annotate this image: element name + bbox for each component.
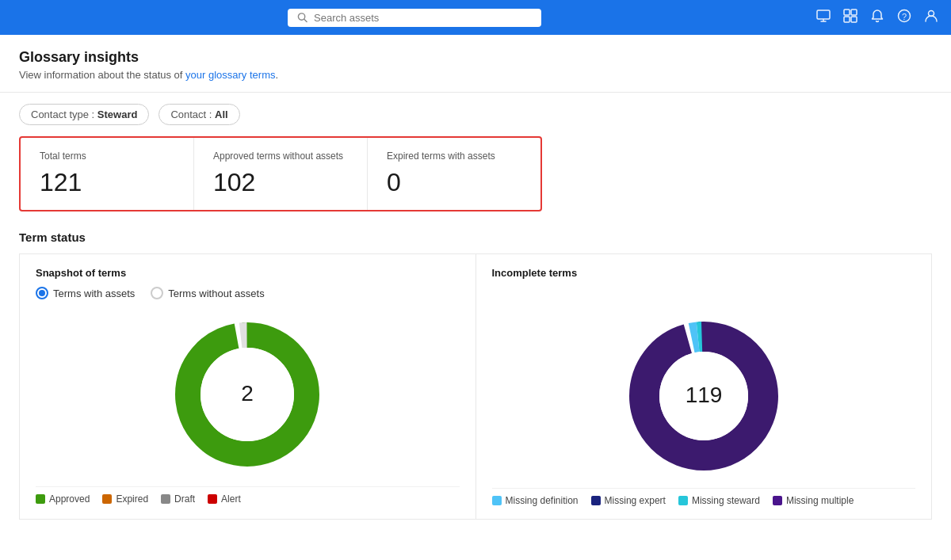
svg-text:?: ? <box>902 12 907 21</box>
legend-missing-steward: Missing steward <box>678 495 760 506</box>
missing-multiple-label: Missing multiple <box>786 495 854 506</box>
missing-expert-dot <box>591 496 601 505</box>
question-icon[interactable]: ? <box>897 9 911 26</box>
approved-terms-value: 102 <box>213 168 348 197</box>
legend-alert: Alert <box>208 493 241 505</box>
snapshot-panel: Snapshot of terms Terms with assets Term… <box>19 253 476 520</box>
term-status-section: Term status Snapshot of terms Terms with… <box>0 230 951 520</box>
search-container[interactable] <box>288 9 541 27</box>
missing-def-dot <box>492 496 502 505</box>
monitor-icon[interactable] <box>816 9 831 26</box>
approved-dot <box>36 494 45 504</box>
legend-draft: Draft <box>161 493 195 505</box>
legend-missing-multiple: Missing multiple <box>773 495 854 506</box>
incomplete-legend: Missing definition Missing expert Missin… <box>492 488 916 506</box>
terms-with-assets-label: Terms with assets <box>53 288 135 299</box>
incomplete-panel: Incomplete terms 119 <box>476 253 933 520</box>
page-header: Glossary insights View information about… <box>0 35 951 93</box>
contact-type-value: Steward <box>97 109 138 120</box>
expired-label: Expired <box>116 493 148 505</box>
terms-without-assets-radio[interactable] <box>151 287 163 299</box>
charts-row: Snapshot of terms Terms with assets Term… <box>19 253 932 520</box>
snapshot-donut-chart: 2 <box>168 315 327 474</box>
missing-steward-label: Missing steward <box>692 495 760 506</box>
expired-dot <box>102 494 112 504</box>
approved-terms-label: Approved terms without assets <box>213 150 348 162</box>
incomplete-title: Incomplete terms <box>492 267 916 279</box>
missing-steward-dot <box>678 496 688 505</box>
contact-type-filter[interactable]: Contact type : Steward <box>19 104 149 125</box>
svg-rect-5 <box>844 10 850 15</box>
snapshot-title: Snapshot of terms <box>36 267 460 279</box>
missing-expert-label: Missing expert <box>605 495 666 506</box>
nav-icons: ? <box>816 9 938 26</box>
radio-group: Terms with assets Terms without assets <box>36 287 460 299</box>
search-icon <box>297 12 307 23</box>
terms-with-assets-radio[interactable] <box>36 287 48 299</box>
main-content: Glossary insights View information about… <box>0 35 951 560</box>
total-terms-card: Total terms 121 <box>21 138 194 210</box>
svg-text:2: 2 <box>241 381 254 406</box>
glossary-terms-link[interactable]: your glossary terms <box>185 69 275 81</box>
contact-value: All <box>215 109 228 120</box>
svg-rect-8 <box>851 17 857 22</box>
total-terms-label: Total terms <box>40 150 174 162</box>
svg-rect-7 <box>844 17 850 22</box>
legend-approved: Approved <box>36 493 90 505</box>
contact-label: Contact : <box>170 109 215 120</box>
terms-with-assets-option[interactable]: Terms with assets <box>36 287 135 299</box>
page-title: Glossary insights <box>19 49 932 66</box>
total-terms-value: 121 <box>40 168 174 197</box>
draft-dot <box>161 494 170 504</box>
incomplete-chart-container: 119 <box>492 317 916 475</box>
snapshot-chart-container: 2 <box>36 315 460 474</box>
legend-missing-def: Missing definition <box>492 495 579 506</box>
page-subtitle: View information about the status of you… <box>19 69 932 81</box>
stats-section: Total terms 121 Approved terms without a… <box>0 136 951 230</box>
terms-without-assets-label: Terms without assets <box>168 288 264 299</box>
filter-bar: Contact type : Steward Contact : All <box>0 93 951 136</box>
contact-filter[interactable]: Contact : All <box>158 104 239 125</box>
svg-line-1 <box>304 19 307 21</box>
draft-label: Draft <box>174 493 195 505</box>
bell-icon[interactable] <box>870 9 884 26</box>
expired-terms-label: Expired terms with assets <box>387 150 521 162</box>
snapshot-legend: Approved Expired Draft Alert <box>36 486 460 505</box>
legend-expired: Expired <box>102 493 148 505</box>
missing-def-label: Missing definition <box>506 495 579 506</box>
expired-terms-card: Expired terms with assets 0 <box>368 138 540 210</box>
top-navigation: ? <box>0 0 951 35</box>
alert-dot <box>208 494 217 504</box>
svg-text:119: 119 <box>685 383 722 407</box>
incomplete-donut-chart: 119 <box>624 317 783 475</box>
expired-terms-value: 0 <box>387 168 521 197</box>
search-input[interactable] <box>314 12 532 24</box>
alert-label: Alert <box>221 493 241 505</box>
grid-icon[interactable] <box>843 9 857 26</box>
term-status-title: Term status <box>19 230 932 244</box>
terms-without-assets-option[interactable]: Terms without assets <box>151 287 264 299</box>
approved-terms-card: Approved terms without assets 102 <box>194 138 368 210</box>
stats-box: Total terms 121 Approved terms without a… <box>19 136 542 211</box>
user-icon[interactable] <box>924 9 938 26</box>
svg-rect-6 <box>851 10 857 15</box>
approved-label: Approved <box>49 493 90 505</box>
svg-rect-2 <box>817 10 830 19</box>
legend-missing-expert: Missing expert <box>591 495 666 506</box>
contact-type-label: Contact type : <box>31 109 97 120</box>
missing-multiple-dot <box>773 496 782 505</box>
